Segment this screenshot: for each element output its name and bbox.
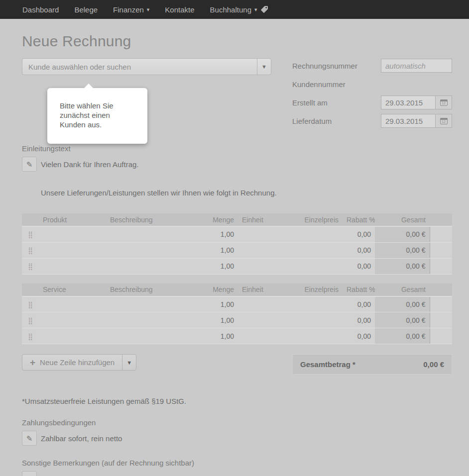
- gesamt-cell: 0,00 €: [375, 328, 430, 344]
- popover-arrow: [84, 84, 93, 88]
- lieferdatum-date-group: [381, 114, 452, 128]
- beschreibung-cell[interactable]: [106, 296, 193, 312]
- customer-select-dropdown-button[interactable]: ▼: [257, 59, 271, 75]
- erstellt-am-calendar-button[interactable]: [436, 95, 452, 109]
- beschreibung-cell[interactable]: [106, 242, 193, 258]
- rabatt-cell[interactable]: 0,00: [343, 258, 375, 274]
- zahlungsbedingungen-row: ✎ Zahlbar sofort, rein netto: [22, 431, 452, 446]
- beschreibung-column-header: Beschreibung: [106, 213, 193, 226]
- row-actions-cell: [430, 226, 452, 242]
- einheit-cell[interactable]: [238, 328, 290, 344]
- payment-terms-section: Zahlungsbedingungen ✎ Zahlbar sofort, re…: [22, 418, 452, 446]
- beschreibung-cell[interactable]: [106, 328, 193, 344]
- gesamt-column-header: Gesamt: [375, 284, 430, 296]
- rechnungsnummer-label: Rechnungsnummer: [292, 62, 381, 70]
- service-row: ⣿ 1,00 0,00 0,00 €: [22, 328, 452, 344]
- produkt-cell[interactable]: [39, 258, 106, 274]
- service-column-header: Service: [39, 284, 106, 296]
- drag-handle-icon[interactable]: ⣿: [28, 301, 33, 308]
- rabatt-column-header: Rabatt %: [343, 284, 375, 296]
- einzelpreis-cell[interactable]: [290, 258, 343, 274]
- drag-handle-icon[interactable]: ⣿: [28, 247, 33, 254]
- menge-cell[interactable]: 1,00: [193, 328, 238, 344]
- einzelpreis-cell[interactable]: [290, 242, 343, 258]
- drag-handle-icon[interactable]: ⣿: [28, 231, 33, 238]
- drag-handle-icon[interactable]: ⣿: [28, 333, 33, 340]
- row-drag-handle-cell: ⣿: [22, 328, 39, 344]
- einheit-column-header: Einheit: [238, 213, 290, 226]
- nav-item-label: Buchhaltung: [210, 5, 251, 14]
- lieferdatum-input[interactable]: [381, 114, 436, 128]
- beschreibung-cell[interactable]: [106, 312, 193, 328]
- nav-item-kontakte[interactable]: Kontakte: [165, 5, 194, 14]
- sonstige-bemerkungen-label: Sonstige Bemerkungen (auf der Rechnung s…: [22, 459, 452, 467]
- select-customer-popover: Bitte wählen Sie zunächst einen Kunden a…: [47, 88, 147, 144]
- einheit-cell[interactable]: [238, 296, 290, 312]
- gesamt-cell: 0,00 €: [375, 226, 430, 242]
- navbar: Dashboard Belege Finanzen ▾ Kontakte Buc…: [0, 0, 469, 19]
- tag-icon: [260, 5, 268, 13]
- zahlungsbedingungen-value: Zahlbar sofort, rein netto: [41, 434, 122, 443]
- einzelpreis-cell[interactable]: [290, 312, 343, 328]
- row-actions-cell: [430, 312, 452, 328]
- einzelpreis-column-header: Einzelpreis: [290, 213, 343, 226]
- einleitungstext-edit-button[interactable]: ✎: [22, 157, 37, 172]
- drag-handle-icon[interactable]: ⣿: [28, 317, 33, 324]
- einheit-cell[interactable]: [238, 258, 290, 274]
- customer-select[interactable]: Kunde auswählen oder suchen ▼: [22, 58, 271, 75]
- sonstige-bemerkungen-edit-button[interactable]: ✎: [22, 471, 37, 476]
- rabatt-cell[interactable]: 0,00: [343, 226, 375, 242]
- nav-item-finanzen[interactable]: Finanzen ▾: [113, 5, 149, 14]
- menge-cell[interactable]: 1,00: [193, 258, 238, 274]
- einzelpreis-cell[interactable]: [290, 296, 343, 312]
- menge-cell[interactable]: 1,00: [193, 312, 238, 328]
- einheit-cell[interactable]: [238, 312, 290, 328]
- einzelpreis-cell[interactable]: [290, 328, 343, 344]
- nav-item-belege[interactable]: Belege: [74, 5, 98, 14]
- add-row-split-button: + Neue Zeile hinzufügen ▼: [22, 354, 136, 371]
- product-row: ⣿ 1,00 0,00 0,00 €: [22, 258, 452, 274]
- einheit-cell[interactable]: [238, 242, 290, 258]
- zahlungsbedingungen-edit-button[interactable]: ✎: [22, 431, 37, 446]
- drag-handle-icon[interactable]: ⣿: [28, 263, 33, 270]
- row-drag-handle-cell: ⣿: [22, 226, 39, 242]
- service-cell[interactable]: [39, 312, 106, 328]
- customer-select-placeholder: Kunde auswählen oder suchen: [22, 63, 257, 71]
- rechnungsnummer-input[interactable]: [381, 59, 452, 73]
- gesamt-cell: 0,00 €: [375, 296, 430, 312]
- service-cell[interactable]: [39, 328, 106, 344]
- service-cell[interactable]: [39, 296, 106, 312]
- menge-column-header: Menge: [193, 213, 238, 226]
- lieferdatum-calendar-button[interactable]: [436, 114, 452, 128]
- pencil-icon: ✎: [26, 435, 33, 442]
- service-row: ⣿ 1,00 0,00 0,00 €: [22, 296, 452, 312]
- rabatt-cell[interactable]: 0,00: [343, 328, 375, 344]
- beschreibung-cell[interactable]: [106, 258, 193, 274]
- einleitungstext-row: ✎ Vielen Dank für Ihren Auftrag.: [22, 157, 452, 172]
- popover-text: Bitte wählen Sie zunächst einen Kunden a…: [60, 101, 129, 129]
- nav-item-dashboard[interactable]: Dashboard: [22, 5, 59, 14]
- row-actions-cell: [430, 328, 452, 344]
- produkt-cell[interactable]: [39, 242, 106, 258]
- einzelpreis-cell[interactable]: [290, 226, 343, 242]
- rabatt-cell[interactable]: 0,00: [343, 296, 375, 312]
- einheit-cell[interactable]: [238, 226, 290, 242]
- lieferdatum-label: Lieferdatum: [292, 117, 381, 125]
- pencil-icon: ✎: [26, 161, 33, 168]
- row-drag-handle-cell: ⣿: [22, 296, 39, 312]
- erstellt-am-input[interactable]: [381, 95, 436, 109]
- service-row: ⣿ 1,00 0,00 0,00 €: [22, 312, 452, 328]
- nav-item-label: Belege: [74, 5, 98, 14]
- add-row-dropdown-button[interactable]: ▼: [122, 355, 136, 370]
- plus-icon: +: [30, 358, 35, 367]
- rabatt-cell[interactable]: 0,00: [343, 312, 375, 328]
- beschreibung-cell[interactable]: [106, 226, 193, 242]
- menge-cell[interactable]: 1,00: [193, 226, 238, 242]
- menge-cell[interactable]: 1,00: [193, 296, 238, 312]
- add-row-button[interactable]: + Neue Zeile hinzufügen: [22, 355, 122, 370]
- rabatt-cell[interactable]: 0,00: [343, 242, 375, 258]
- nav-item-buchhaltung[interactable]: Buchhaltung ▾: [210, 5, 268, 14]
- produkt-cell[interactable]: [39, 226, 106, 242]
- menge-cell[interactable]: 1,00: [193, 242, 238, 258]
- erstellt-am-label: Erstellt am: [292, 98, 381, 107]
